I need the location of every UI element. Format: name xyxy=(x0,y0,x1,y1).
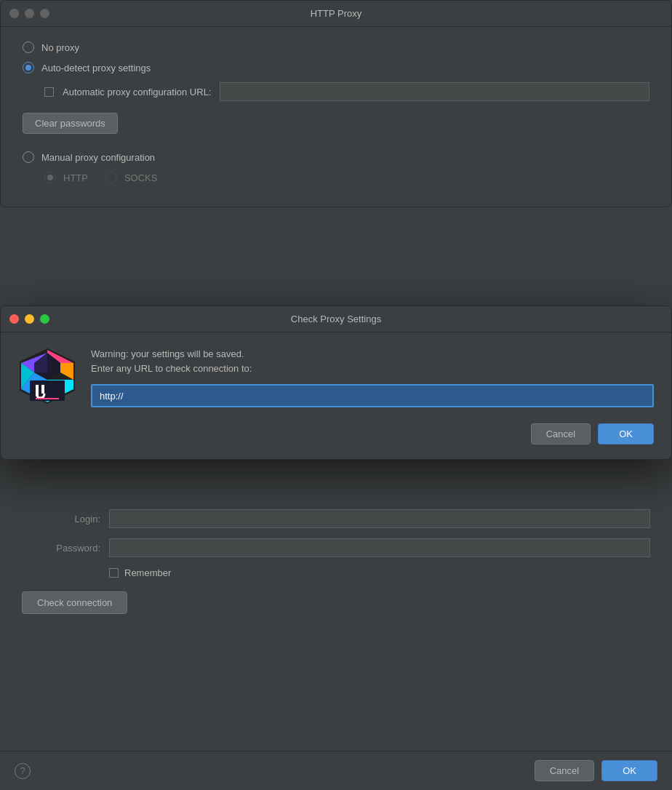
socks-proxy-radio[interactable] xyxy=(105,172,117,183)
check-proxy-title: Check Proxy Settings xyxy=(291,314,381,324)
dialog-cancel-button[interactable]: Cancel xyxy=(531,423,591,444)
auto-detect-row[interactable]: Auto-detect proxy settings xyxy=(23,62,649,73)
no-proxy-radio[interactable] xyxy=(23,41,34,53)
minimize-button-gray[interactable] xyxy=(25,9,34,18)
dialog-ok-button[interactable]: OK xyxy=(598,423,654,444)
manual-proxy-row[interactable]: Manual proxy configuration xyxy=(23,151,649,163)
http-proxy-radio[interactable] xyxy=(44,172,56,183)
auto-config-url-row: Automatic proxy configuration URL: xyxy=(44,82,649,101)
dialog-warning-text: Warning: your settings will be saved. En… xyxy=(91,347,654,375)
socks-label: SOCKS xyxy=(124,172,158,183)
svg-rect-12 xyxy=(36,398,59,399)
manual-proxy-radio[interactable] xyxy=(23,151,34,163)
password-input[interactable] xyxy=(109,538,650,557)
remember-label: Remember xyxy=(124,567,171,578)
remember-row: Remember xyxy=(109,567,650,578)
svg-rect-10 xyxy=(36,385,39,396)
no-proxy-label: No proxy xyxy=(41,42,79,53)
remember-checkbox[interactable] xyxy=(109,568,119,578)
clear-passwords-button[interactable]: Clear passwords xyxy=(23,113,118,134)
dialog-buttons: Cancel OK xyxy=(91,423,654,444)
login-section: Login: Password: Remember Check connecti… xyxy=(0,495,672,643)
manual-proxy-label: Manual proxy configuration xyxy=(41,152,155,163)
bottom-buttons: Cancel OK xyxy=(535,760,657,781)
login-input[interactable] xyxy=(109,509,650,528)
http-proxy-type-row[interactable]: HTTP xyxy=(44,172,88,183)
http-proxy-content: No proxy Auto-detect proxy settings Auto… xyxy=(1,27,671,207)
check-connection-url-input[interactable] xyxy=(91,384,654,407)
maximize-button-gray[interactable] xyxy=(40,9,49,18)
auto-config-section: Automatic proxy configuration URL: xyxy=(44,82,649,101)
http-label: HTTP xyxy=(63,172,88,183)
check-proxy-dialog: Check Proxy Settings xyxy=(0,306,672,460)
check-connection-button[interactable]: Check connection xyxy=(22,591,127,614)
svg-rect-9 xyxy=(30,380,65,401)
login-row: Login: xyxy=(22,509,650,528)
help-button[interactable]: ? xyxy=(15,763,31,779)
auto-config-checkbox[interactable] xyxy=(44,87,54,97)
socks-proxy-type-row[interactable]: SOCKS xyxy=(105,172,158,183)
dialog-window-controls xyxy=(9,314,49,324)
main-ok-button[interactable]: OK xyxy=(601,760,657,781)
login-label: Login: xyxy=(22,514,109,524)
auto-config-label: Automatic proxy configuration URL: xyxy=(63,87,211,97)
dialog-body: Warning: your settings will be saved. En… xyxy=(1,332,671,459)
dialog-close-button[interactable] xyxy=(9,314,19,324)
main-cancel-button[interactable]: Cancel xyxy=(535,760,594,781)
intellij-logo xyxy=(18,347,76,444)
no-proxy-row[interactable]: No proxy xyxy=(23,41,649,53)
dialog-text-section: Warning: your settings will be saved. En… xyxy=(91,347,654,444)
auto-detect-label: Auto-detect proxy settings xyxy=(41,63,151,73)
http-proxy-title: HTTP Proxy xyxy=(311,8,362,19)
http-proxy-window: HTTP Proxy No proxy Auto-detect proxy se… xyxy=(0,0,672,207)
password-label: Password: xyxy=(22,543,109,554)
password-row: Password: xyxy=(22,538,650,557)
check-proxy-titlebar: Check Proxy Settings xyxy=(1,306,671,332)
proxy-types-row: HTTP SOCKS xyxy=(44,172,649,192)
http-proxy-titlebar: HTTP Proxy xyxy=(1,1,671,27)
dialog-maximize-button[interactable] xyxy=(40,314,49,324)
svg-rect-11 xyxy=(41,385,44,394)
auto-detect-radio[interactable] xyxy=(23,62,34,73)
bottom-bar: ? Cancel OK xyxy=(0,751,672,790)
close-button-gray[interactable] xyxy=(9,9,19,18)
dialog-minimize-button[interactable] xyxy=(25,314,34,324)
auto-config-url-input[interactable] xyxy=(220,82,649,101)
window-controls xyxy=(9,9,49,18)
